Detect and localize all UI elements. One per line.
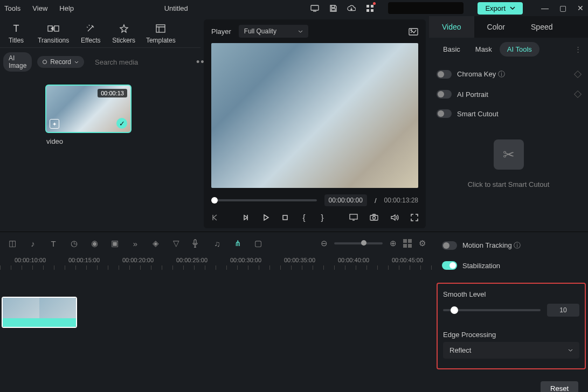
chevron-down-icon	[298, 30, 303, 33]
tab-video[interactable]: Video	[429, 16, 474, 38]
property-list: Chroma Key ⓘ AI Portrait Smart Cutout ✂ …	[429, 61, 588, 202]
keyframe-chroma[interactable]	[574, 71, 582, 78]
mask-tool[interactable]: ▣	[110, 239, 120, 248]
export-button[interactable]: Export	[478, 2, 523, 15]
subtab-ai-tools[interactable]: AI Tools	[500, 42, 539, 57]
tab-speed[interactable]: Speed	[518, 16, 565, 38]
keyframe-portrait[interactable]	[574, 90, 582, 98]
fullscreen-icon[interactable]	[411, 214, 418, 221]
tab-titles[interactable]: TTitles	[0, 19, 32, 47]
properties-lower: Motion Tracking ⓘ Stabilization Smooth L…	[434, 232, 588, 392]
toggle-chroma-key[interactable]	[437, 70, 452, 79]
stabilization-settings: Smooth Level 10 Edge Processing Reflect	[437, 283, 586, 369]
added-check-icon: ✓	[116, 118, 127, 129]
tab-stickers[interactable]: Stickers	[107, 19, 141, 47]
close-button[interactable]: ✕	[577, 4, 584, 12]
cloud-icon[interactable]	[347, 4, 356, 12]
camera-icon[interactable]	[370, 214, 378, 221]
smooth-slider[interactable]	[443, 309, 541, 311]
info-icon[interactable]: ⓘ	[514, 241, 521, 249]
speed-tool[interactable]: ◷	[69, 239, 79, 248]
sub-more-icon[interactable]: ⋮	[575, 45, 582, 53]
frame-tool[interactable]: ▢	[253, 239, 263, 248]
smooth-level-label: Smooth Level	[443, 290, 579, 298]
apps-icon[interactable]	[365, 4, 374, 12]
svg-point-15	[373, 216, 376, 219]
tab-templates[interactable]: Templates	[141, 19, 181, 47]
volume-icon[interactable]	[390, 214, 399, 221]
crop-tool[interactable]: ◫	[8, 239, 17, 248]
preview-viewport[interactable]	[211, 43, 418, 188]
toggle-ai-portrait[interactable]	[437, 90, 452, 99]
smart-cutout-button[interactable]: ✂	[494, 139, 524, 170]
mark-in-button[interactable]: {	[301, 213, 307, 222]
media-library: 00:00:13 ✦ ✓ video	[0, 76, 200, 232]
zoom-slider[interactable]	[334, 242, 383, 244]
more-tools[interactable]: »	[130, 239, 140, 248]
subtab-mask[interactable]: Mask	[468, 42, 500, 57]
magnet-tool[interactable]: ⋔	[233, 239, 243, 248]
mark-out-button[interactable]: }	[319, 213, 326, 222]
tab-transitions[interactable]: Transitions	[32, 19, 74, 47]
edge-processing-select[interactable]: Reflect	[443, 342, 579, 359]
stop-button[interactable]	[281, 214, 289, 221]
media-clip[interactable]: 00:00:13 ✦ ✓	[45, 85, 132, 133]
timeline-ruler[interactable]: 00:00:10:00 00:00:15:00 00:00:20:00 00:0…	[0, 255, 434, 270]
snapshot-icon[interactable]	[409, 27, 418, 36]
zoom-out-button[interactable]: ⊖	[319, 239, 329, 248]
total-time: 00:00:13:28	[384, 197, 418, 204]
media-name: video	[46, 137, 194, 145]
minimize-button[interactable]: —	[541, 4, 549, 12]
settings-icon[interactable]: ⚙	[417, 239, 427, 248]
timeline-clip[interactable]	[2, 297, 77, 328]
playback-controls: { }	[204, 209, 426, 228]
info-icon[interactable]: ⓘ	[498, 70, 505, 78]
timeline-toolbar: ◫ ♪ T ◷ ◉ ▣ » ◈ ▽ ♫ ⋔ ▢ ⊖ ⊕ ⚙	[0, 232, 434, 255]
menu-tools[interactable]: Tools	[4, 4, 20, 12]
smooth-value[interactable]: 10	[547, 304, 579, 317]
audio-tool[interactable]: ♪	[28, 239, 38, 248]
tab-color[interactable]: Color	[474, 16, 518, 38]
scrub-track[interactable]	[211, 199, 317, 201]
clip-thumbnails	[3, 298, 76, 318]
play-reverse-button[interactable]	[243, 214, 250, 221]
filter-row: AI Image Record •••	[0, 47, 200, 76]
scrub-handle[interactable]	[211, 197, 218, 204]
play-button[interactable]	[262, 214, 269, 221]
toggle-motion-tracking[interactable]	[442, 241, 457, 250]
current-time: 00:00:00:00	[324, 194, 367, 206]
layout-icon[interactable]	[403, 239, 412, 248]
toggle-stabilization[interactable]	[442, 261, 457, 270]
media-panel: TTitles Transitions Effects Stickers Tem…	[0, 16, 200, 232]
save-icon[interactable]	[329, 4, 337, 12]
zoom-thumb[interactable]	[361, 240, 366, 246]
zoom-in-button[interactable]: ⊕	[388, 239, 398, 248]
tab-effects[interactable]: Effects	[74, 19, 107, 47]
sub-tabs: Basic Mask AI Tools ⋮	[429, 38, 588, 61]
svg-rect-1	[331, 9, 335, 11]
row-chroma-key: Chroma Key ⓘ	[437, 64, 580, 85]
reset-button[interactable]: Reset	[541, 381, 578, 392]
display-icon[interactable]	[349, 214, 358, 221]
device-icon[interactable]	[310, 4, 319, 12]
keyframe-tool[interactable]: ◈	[151, 239, 161, 248]
voiceover-tool[interactable]	[192, 239, 202, 248]
maximize-button[interactable]: ▢	[559, 4, 566, 12]
quality-select[interactable]: Full Quality	[239, 25, 308, 38]
svg-rect-13	[350, 214, 357, 219]
marker-tool[interactable]: ▽	[171, 239, 181, 248]
account-box[interactable]	[388, 2, 464, 14]
record-button[interactable]: Record	[37, 56, 84, 68]
subtab-basic[interactable]: Basic	[435, 42, 468, 57]
music-tool[interactable]: ♫	[212, 239, 222, 248]
clip-audio-track	[3, 318, 76, 327]
color-tool[interactable]: ◉	[89, 239, 99, 248]
search-input[interactable]	[95, 58, 185, 66]
toggle-smart-cutout[interactable]	[437, 109, 452, 118]
smooth-slider-thumb[interactable]	[451, 306, 458, 314]
text-tool[interactable]: T	[49, 239, 58, 248]
prev-frame-button[interactable]	[211, 214, 219, 221]
timeline-tracks[interactable]	[0, 270, 434, 328]
chevron-down-icon	[568, 349, 573, 352]
ai-image-button[interactable]: AI Image	[3, 52, 32, 72]
